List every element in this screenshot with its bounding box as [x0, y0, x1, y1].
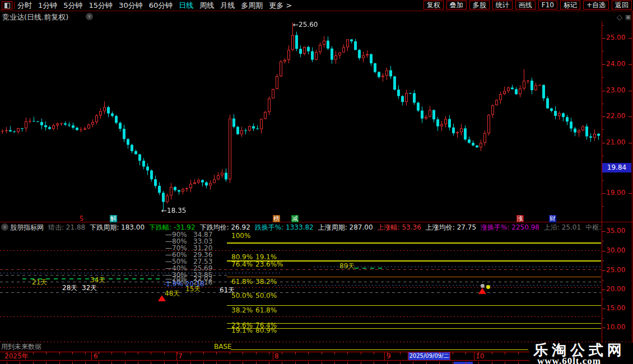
- date-axis-tick: [518, 352, 519, 354]
- current-price-tag: 19.84: [602, 163, 631, 172]
- date-axis-tick: [243, 352, 243, 354]
- low-annotation: ←18.35: [161, 207, 186, 214]
- date-axis-separator: [474, 352, 474, 360]
- scroll-row-tick: [230, 362, 230, 364]
- scroll-row-tick: [374, 362, 374, 364]
- scroll-stub: [454, 362, 473, 364]
- fib-left-label: 61.8%: [231, 278, 253, 285]
- toolbar-button[interactable]: F10: [538, 1, 557, 10]
- date-axis-tick: [295, 352, 296, 354]
- fib-right-label: 19.1%: [255, 254, 277, 260]
- indicator-axis-minor-tick: [602, 260, 604, 261]
- indicator-line: [314, 267, 601, 267]
- date-axis-label: 7: [178, 353, 183, 360]
- date-axis-tick: [138, 352, 138, 354]
- date-axis-separator: [408, 352, 408, 360]
- event-marker: 减: [291, 215, 299, 222]
- indicator-line: [227, 328, 601, 329]
- price-axis-tick: [629, 193, 632, 194]
- indicator-axis-tick: [602, 309, 606, 309]
- date-axis-tick: [453, 352, 453, 354]
- indicator-axis-minor-tick: [602, 241, 604, 241]
- date-axis-tick: [374, 352, 374, 354]
- indicator-value: 上沿: 25.01: [544, 223, 581, 231]
- toolbar-button[interactable]: 返回: [612, 1, 632, 10]
- price-axis-tick: [629, 143, 632, 143]
- date-axis-tick: [478, 352, 479, 354]
- price-axis-label: 25.00: [606, 34, 625, 41]
- future-data-warning: 用到未来数据: [1, 343, 41, 350]
- date-axis-tick: [505, 352, 505, 354]
- toolbar-button[interactable]: 叠加: [446, 1, 467, 10]
- date-axis-tick: [334, 352, 335, 354]
- scroll-row-tick: [20, 362, 20, 364]
- toolbar-button[interactable]: 画线: [515, 1, 536, 10]
- date-axis-label: 6: [94, 353, 98, 360]
- panel-icon[interactable]: ▣: [625, 13, 631, 21]
- scroll-row-tick: [111, 362, 112, 364]
- indicator-axis-tick: [602, 231, 606, 232]
- period-tab[interactable]: 日线: [179, 1, 193, 10]
- toolbar-button[interactable]: 标记: [560, 1, 580, 10]
- indicator-line: [0, 250, 601, 251]
- period-tab[interactable]: 15分钟: [89, 1, 113, 10]
- date-axis[interactable]: [0, 352, 530, 361]
- period-tab[interactable]: 5分钟: [63, 1, 82, 10]
- day-count-label: 28天: [62, 284, 77, 291]
- signal-triangle-icon: [158, 295, 166, 301]
- fib-right-label: 80.9%: [255, 327, 277, 334]
- period-tab[interactable]: 周线: [199, 1, 214, 10]
- toolbar-button[interactable]: 多股: [469, 1, 490, 10]
- scroll-row-tick: [33, 362, 34, 364]
- toolbar-divider: [0, 11, 633, 11]
- event-marker: 涨: [516, 215, 524, 222]
- price-axis-tick: [629, 64, 632, 65]
- price-axis-tick: [629, 116, 632, 117]
- date-axis-tick: [59, 352, 60, 354]
- scroll-row-tick: [492, 362, 492, 364]
- period-tab[interactable]: 多周期: [241, 1, 263, 10]
- indicator-header: 股朋指标网猎击: 21.88下跌周期: 183.00下跌幅: -31.92下跌均…: [10, 223, 601, 231]
- scroll-row-tick: [400, 362, 401, 364]
- toolbar-button[interactable]: 统计: [492, 1, 513, 10]
- period-tab[interactable]: 30分钟: [119, 1, 143, 10]
- period-tab[interactable]: 60分钟: [149, 1, 173, 10]
- date-axis-tick: [125, 352, 125, 354]
- period-tab[interactable]: 分时: [17, 1, 32, 10]
- indicator-axis-tick: [602, 328, 606, 328]
- scroll-row-tick: [203, 362, 204, 364]
- fib-right-label: 61.8%: [255, 307, 277, 314]
- day-count-label: 32天: [82, 284, 97, 291]
- window-icon[interactable]: [2, 1, 12, 10]
- event-marker: Ŝ: [79, 215, 84, 222]
- date-axis-tick: [308, 352, 309, 354]
- day-count-label: 61天: [220, 287, 235, 293]
- watermark-logo: 乐淘公式网 www.60lt.com: [529, 343, 633, 364]
- period-tab[interactable]: 更多 >: [269, 1, 292, 10]
- high-annotation: ←25.60: [293, 21, 318, 28]
- toolbar-button[interactable]: +自选: [583, 1, 609, 10]
- scroll-row-tick: [190, 362, 191, 364]
- period-tab[interactable]: 月线: [220, 1, 235, 10]
- scroll-row-tick: [7, 362, 7, 364]
- scroll-row-tick: [387, 362, 388, 364]
- price-axis-label: 21.00: [606, 139, 625, 146]
- title-dropdown-icon[interactable]: ∨: [86, 13, 93, 20]
- indicator-value: 下跌幅: -31.92: [149, 223, 196, 231]
- toolbar-buttons: 复权叠加多股统计画线F10标记+自选返回: [423, 1, 632, 10]
- price-axis-label: 23.00: [606, 87, 625, 94]
- signal-triangle-icon: [478, 288, 486, 294]
- indicator-line: [0, 292, 601, 293]
- indicator-value: 下跌周期: 183.00: [90, 223, 145, 231]
- indicator-axis-label: 35.00: [606, 227, 625, 235]
- date-axis-tick: [216, 352, 217, 354]
- date-axis-tick: [466, 352, 466, 354]
- period-tab[interactable]: 1分钟: [38, 1, 57, 10]
- diamond-icon[interactable]: ◇: [617, 13, 622, 21]
- toolbar-button[interactable]: 复权: [423, 1, 444, 10]
- scroll-row-tick: [478, 362, 479, 364]
- indicator-axis-tick: [602, 290, 606, 290]
- indicator-collapse-icon[interactable]: ∨: [1, 223, 8, 231]
- date-axis-separator: [450, 352, 450, 360]
- candlestick-chart[interactable]: [0, 21, 602, 222]
